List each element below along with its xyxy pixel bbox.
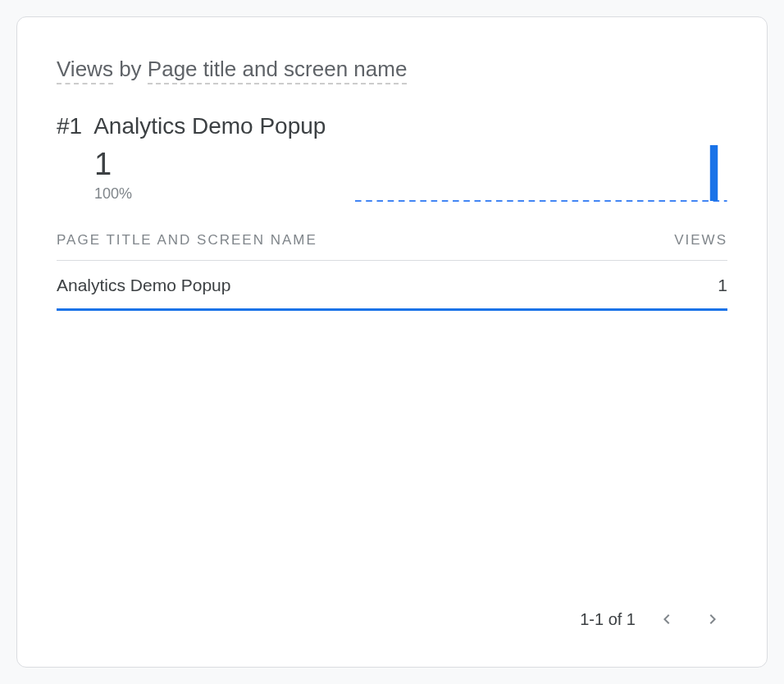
pagination: 1-1 of 1 xyxy=(57,588,727,634)
analytics-card: Views by Page title and screen name #1 A… xyxy=(16,16,768,668)
next-page-button[interactable] xyxy=(698,604,727,634)
table-row[interactable]: Analytics Demo Popup 1 xyxy=(57,261,727,311)
rank-label: #1 xyxy=(57,113,82,139)
row-name: Analytics Demo Popup xyxy=(57,276,230,295)
top-item-section: #1 Analytics Demo Popup 1 100% xyxy=(57,113,727,203)
rank-row: #1 Analytics Demo Popup xyxy=(57,113,326,139)
row-value: 1 xyxy=(718,276,727,295)
chevron-left-icon xyxy=(657,609,677,629)
top-item-percent: 100% xyxy=(94,185,326,203)
spark-bar xyxy=(710,145,718,201)
data-table: PAGE TITLE AND SCREEN NAME VIEWS Analyti… xyxy=(57,232,727,311)
card-title: Views by Page title and screen name xyxy=(57,57,727,82)
column-header-dimension[interactable]: PAGE TITLE AND SCREEN NAME xyxy=(57,232,317,249)
title-metric[interactable]: Views xyxy=(57,57,113,84)
sparkline-chart xyxy=(355,137,727,203)
content-area: #1 Analytics Demo Popup 1 100% PAGE TITL… xyxy=(57,113,727,634)
top-item-value: 1 xyxy=(94,148,326,182)
pagination-text: 1-1 of 1 xyxy=(580,610,636,629)
top-item-name: Analytics Demo Popup xyxy=(93,113,326,139)
prev-page-button[interactable] xyxy=(652,604,681,634)
title-by: by xyxy=(119,57,141,81)
top-item-summary: #1 Analytics Demo Popup 1 100% xyxy=(57,113,326,203)
title-dimension[interactable]: Page title and screen name xyxy=(148,57,408,84)
chevron-right-icon xyxy=(703,609,722,629)
column-header-metric[interactable]: VIEWS xyxy=(674,232,727,249)
table-header: PAGE TITLE AND SCREEN NAME VIEWS xyxy=(57,232,727,261)
value-block: 1 100% xyxy=(94,148,326,203)
